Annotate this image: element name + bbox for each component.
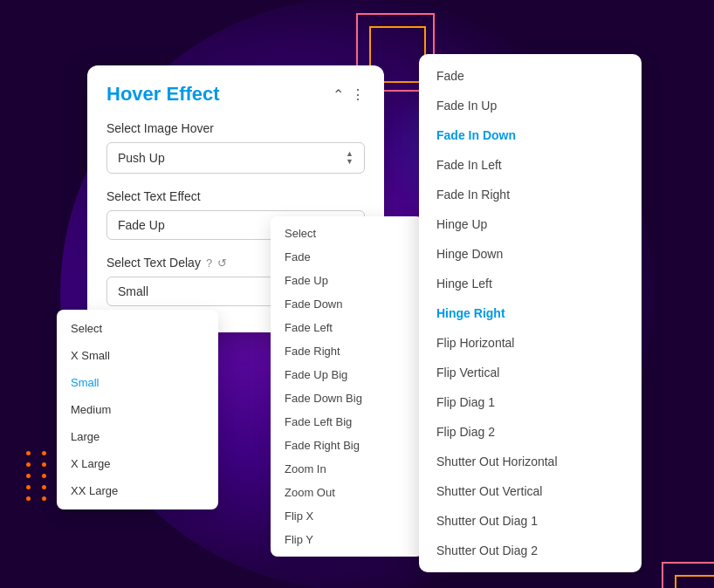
delay-dropdown-menu: Select X Small Small Medium Large X Larg… bbox=[57, 310, 218, 509]
hover-option-shutteroutd2[interactable]: Shutter Out Diag 2 bbox=[419, 536, 642, 565]
delay-option-xxlarge[interactable]: XX Large bbox=[57, 477, 218, 504]
hover-option-shutteroutd1[interactable]: Shutter Out Diag 1 bbox=[419, 506, 642, 536]
hover-option-flipvertical[interactable]: Flip Vertical bbox=[419, 358, 642, 387]
dots-menu-icon[interactable]: ⋮ bbox=[351, 86, 365, 103]
delay-option-large[interactable]: Large bbox=[57, 423, 218, 450]
effect-option-faderightbig[interactable]: Fade Right Big bbox=[271, 434, 423, 457]
image-hover-label: Select Image Hover bbox=[106, 121, 365, 135]
dot bbox=[42, 496, 46, 501]
hover-option-fade[interactable]: Fade bbox=[419, 61, 642, 91]
chevron-up-icon[interactable]: ⌃ bbox=[333, 86, 344, 103]
effect-option-flipx[interactable]: Flip X bbox=[271, 504, 423, 528]
hover-option-fadeindown[interactable]: Fade In Down bbox=[419, 120, 642, 150]
delay-option-select[interactable]: Select bbox=[57, 315, 218, 342]
effect-option-fadeleft[interactable]: Fade Left bbox=[271, 316, 423, 339]
hover-option-hingedown[interactable]: Hinge Down bbox=[419, 239, 642, 269]
image-hover-value: Push Up bbox=[118, 151, 165, 165]
effect-option-fadeupbig[interactable]: Fade Up Big bbox=[271, 363, 423, 386]
hover-option-hingeup[interactable]: Hinge Up bbox=[419, 209, 642, 239]
hover-option-flipdiag1[interactable]: Flip Diag 1 bbox=[419, 387, 642, 417]
delay-option-xlarge[interactable]: X Large bbox=[57, 450, 218, 477]
effect-option-flipy[interactable]: Flip Y bbox=[271, 528, 423, 551]
hover-option-flipdiag2[interactable]: Flip Diag 2 bbox=[419, 417, 642, 447]
text-effect-value: Fade Up bbox=[118, 218, 165, 232]
dot bbox=[26, 462, 31, 467]
dot bbox=[42, 462, 46, 467]
effect-option-faderight[interactable]: Fade Right bbox=[271, 339, 423, 363]
reset-icon[interactable]: ↺ bbox=[217, 256, 227, 270]
hover-option-hinteright[interactable]: Hinge Right bbox=[419, 298, 642, 328]
hover-option-fadeinup[interactable]: Fade In Up bbox=[419, 91, 642, 120]
image-hover-dropdown-menu: Fade Fade In Up Fade In Down Fade In Lef… bbox=[419, 54, 642, 572]
hover-option-fliphorizontal[interactable]: Flip Horizontal bbox=[419, 328, 642, 358]
hover-option-fadeinleft[interactable]: Fade In Left bbox=[419, 150, 642, 180]
dot bbox=[26, 485, 31, 489]
text-effect-label: Select Text Effect bbox=[106, 189, 365, 203]
hover-option-shutteroutv[interactable]: Shutter Out Vertical bbox=[419, 476, 642, 506]
image-hover-select[interactable]: Push Up ▲▼ bbox=[106, 142, 365, 174]
effect-option-fadedown[interactable]: Fade Down bbox=[271, 292, 423, 316]
text-delay-label: Select Text Delay bbox=[106, 256, 201, 270]
delay-option-small[interactable]: Small bbox=[57, 369, 218, 396]
hover-option-shutterouth[interactable]: Shutter Out Horizontal bbox=[419, 447, 642, 476]
dot bbox=[42, 474, 46, 478]
hover-option-fadeinright[interactable]: Fade In Right bbox=[419, 180, 642, 209]
effect-option-fadeleftbig[interactable]: Fade Left Big bbox=[271, 410, 423, 434]
effect-option-fade[interactable]: Fade bbox=[271, 245, 423, 269]
effect-option-select[interactable]: Select bbox=[271, 222, 423, 245]
effect-option-zoomin[interactable]: Zoom In bbox=[271, 457, 423, 481]
effect-option-fadeup[interactable]: Fade Up bbox=[271, 269, 423, 292]
hover-option-hingeleft[interactable]: Hinge Left bbox=[419, 269, 642, 298]
text-delay-value: Small bbox=[118, 284, 148, 298]
deco-br-square-inner bbox=[675, 575, 714, 588]
panel-header: Hover Effect ⌃ ⋮ bbox=[106, 83, 365, 106]
help-icon[interactable]: ? bbox=[206, 256, 212, 270]
panel-header-icons: ⌃ ⋮ bbox=[333, 86, 365, 103]
dot bbox=[26, 496, 31, 501]
text-effect-dropdown-menu: Select Fade Fade Up Fade Down Fade Left … bbox=[271, 216, 423, 557]
panel-title: Hover Effect bbox=[106, 83, 220, 106]
delay-option-medium[interactable]: Medium bbox=[57, 396, 218, 423]
delay-option-xsmall[interactable]: X Small bbox=[57, 342, 218, 369]
dot bbox=[26, 474, 31, 478]
dot bbox=[42, 485, 46, 489]
dot bbox=[26, 451, 31, 455]
effect-option-zoomout[interactable]: Zoom Out bbox=[271, 481, 423, 504]
effect-option-fadedownbig[interactable]: Fade Down Big bbox=[271, 386, 423, 410]
dot bbox=[42, 451, 46, 455]
arrows-icon: ▲▼ bbox=[346, 150, 354, 166]
